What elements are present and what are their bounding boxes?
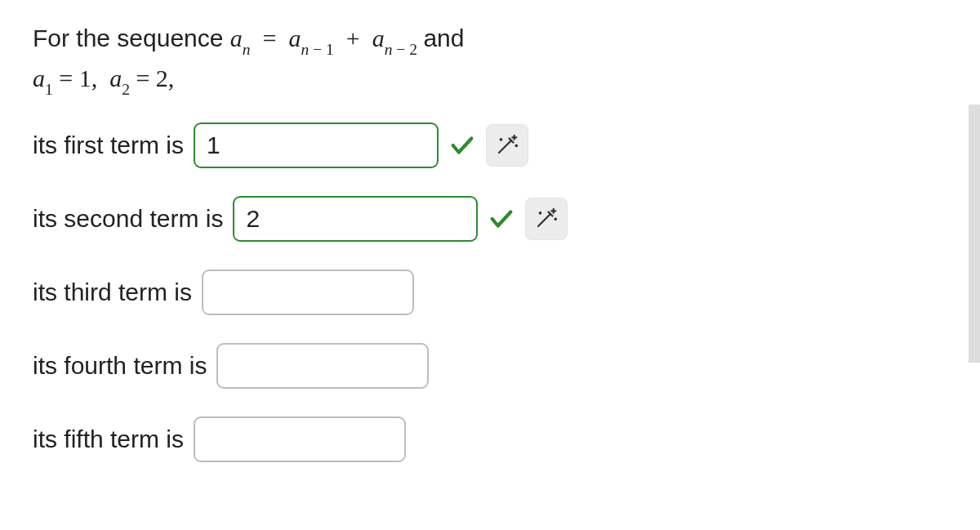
row-label: its second term is [33,205,223,233]
magic-wand-button-2[interactable] [525,198,568,240]
answer-input-2[interactable] [233,196,478,242]
answer-input-4[interactable] [216,343,429,389]
text-and: and [423,24,464,51]
answer-input-3[interactable] [202,269,414,315]
svg-point-0 [501,139,502,140]
scrollbar-thumb[interactable] [969,105,980,363]
row-label: its third term is [33,278,192,306]
check-icon [448,131,476,159]
answer-row-2: its second term is [33,196,947,242]
row-label: its fourth term is [33,352,207,380]
answer-row-4: its fourth term is [33,343,947,389]
initial-conditions: a1 = 1, a2 = 2, [33,65,174,91]
text-for-the-sequence: For the sequence [33,24,223,51]
svg-point-3 [555,218,557,220]
answer-row-1: its first term is [33,122,947,168]
problem-statement: For the sequence an = an − 1 + an − 2 an… [33,20,947,100]
check-icon [488,205,515,233]
row-label: its first term is [33,131,184,159]
answer-input-5[interactable] [194,416,406,462]
answer-row-3: its third term is [33,269,947,315]
recurrence-relation: an = an − 1 + an − 2 [230,24,424,51]
magic-wand-icon [534,206,559,233]
svg-point-1 [516,145,518,146]
magic-wand-icon [495,132,519,159]
magic-wand-button-1[interactable] [486,124,528,167]
answer-row-5: its fifth term is [33,416,947,462]
answer-input-1[interactable] [194,122,439,168]
row-label: its fifth term is [33,425,184,453]
svg-point-2 [540,212,541,214]
answer-rows: its first term is its second term is [33,122,947,462]
